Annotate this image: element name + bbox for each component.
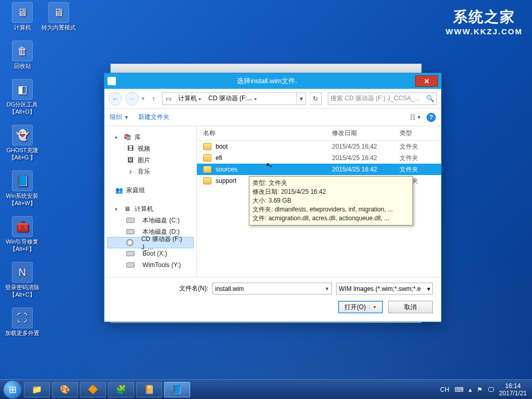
taskbar[interactable]: ⊞ 📁 🎨 🔶 🧩 📔 📘 CH ⌨ ▴ ⚑ 🖵 16:14 2017/1/21 [0, 379, 532, 399]
close-button[interactable]: ✕ [415, 75, 438, 87]
sidebar-item-computer[interactable]: 计算机 [135, 205, 153, 214]
tray-chevron-icon[interactable]: ▴ [469, 386, 472, 393]
sidebar-item-homegroup[interactable]: 家庭组 [126, 186, 145, 195]
filetype-filter[interactable]: WIM Images (*.wim;*.swm;*.e▾ [336, 283, 433, 295]
history-dropdown-icon[interactable]: ▾ [142, 96, 144, 101]
sidebar-item-cd-drive[interactable]: CD 驱动器 (F:) J_... [141, 235, 193, 251]
column-headers[interactable]: 名称 修改日期 类型 [197, 126, 441, 141]
cancel-button[interactable]: 取消 [388, 301, 433, 313]
back-button[interactable]: ← [109, 92, 122, 105]
folder-icon [203, 166, 211, 173]
start-button[interactable]: ⊞ [3, 380, 22, 399]
desktop-icon[interactable]: 🧰Win引导修复 【Alt+F】 [4, 216, 41, 252]
breadcrumb-computer[interactable]: 计算机 [178, 94, 197, 103]
file-row[interactable]: sources2015/4/25 16:42文件夹 [197, 164, 441, 175]
col-date[interactable]: 修改日期 [332, 129, 400, 138]
up-button[interactable]: ↑ [148, 93, 159, 104]
help-icon[interactable]: ? [427, 113, 436, 122]
refresh-button[interactable]: ↻ [309, 92, 322, 105]
sidebar-item-videos[interactable]: 视频 [138, 144, 150, 153]
desktop-icon[interactable]: 🗑回收站 [4, 41, 41, 70]
open-file-dialog: 选择install.wim文件. ✕ ← → ▾ ↑ ▭ 计算机▸ CD 驱动器… [104, 73, 442, 322]
col-name[interactable]: 名称 [203, 129, 332, 138]
view-button[interactable]: ☷ ▼ [410, 114, 421, 121]
open-button[interactable]: 打开(O)▼ [338, 301, 383, 313]
sidebar-item-wimtools[interactable]: WimTools (Y:) [142, 261, 181, 269]
desktop-icon[interactable]: 🖥转为内置模式 [41, 2, 77, 31]
dialog-icon [108, 77, 116, 85]
sidebar-item-boot[interactable]: Boot (X:) [142, 250, 167, 257]
desktop-icon[interactable]: 🖥计算机 [4, 2, 41, 31]
sidebar-item-libraries[interactable]: 库 [135, 133, 141, 142]
tray-clock[interactable]: 16:14 2017/1/21 [499, 382, 527, 397]
tooltip: 类型: 文件夹 修改日期: 2015/4/25 16:42 大小: 3.69 G… [249, 176, 413, 225]
new-folder-button[interactable]: 新建文件夹 [138, 113, 169, 122]
filename-label: 文件名(N): [175, 284, 208, 293]
search-icon[interactable]: 🔍 [426, 95, 434, 102]
taskbar-app-4[interactable]: 🧩 [108, 382, 134, 397]
sidebar-item-pictures[interactable]: 图片 [138, 156, 150, 165]
filename-input[interactable]: install.wim▼ [212, 283, 332, 295]
file-row[interactable]: boot2015/4/25 16:42文件夹 [197, 141, 441, 152]
desktop-icon[interactable]: 👻GHOST克隆 【Alt+G 】 [4, 125, 41, 161]
desktop-icon[interactable]: ◧DG分区工具 【Alt+D】 [4, 79, 41, 115]
desktop-icon[interactable]: N登录密码清除 【Alt+C】 [4, 262, 41, 298]
folder-icon [203, 154, 211, 162]
dialog-title: 选择install.wim文件. [119, 76, 415, 86]
taskbar-app-1[interactable]: 📁 [24, 382, 50, 397]
watermark: 系统之家 WWW.KKZJ.COM [446, 7, 523, 36]
file-row[interactable]: efi2015/4/25 16:42文件夹 [197, 152, 441, 164]
desktop-icon[interactable]: 📘Win系统安装 【Alt+W】 [4, 170, 41, 207]
organize-menu[interactable]: 组织▼ [110, 113, 129, 122]
tray-keyboard-icon[interactable]: ⌨ [455, 386, 463, 393]
taskbar-app-3[interactable]: 🔶 [80, 382, 106, 397]
folder-icon [203, 177, 211, 184]
address-dropdown-icon[interactable]: ▾ [296, 93, 305, 104]
navigation-pane[interactable]: ▾📚库 🎞视频 🖼图片 ♪音乐 👥家庭组 ▾🖥计算机 本地磁盘 (C:) 本地磁… [104, 126, 197, 277]
titlebar[interactable]: 选择install.wim文件. ✕ [104, 73, 441, 89]
tray-lang[interactable]: CH [440, 386, 449, 393]
sidebar-item-music[interactable]: 音乐 [138, 167, 150, 176]
taskbar-app-5[interactable]: 📔 [136, 382, 162, 397]
breadcrumb-drive[interactable]: CD 驱动器 (F:... [208, 94, 252, 103]
desktop-icon[interactable]: ⛶加载更多外置 [4, 308, 41, 337]
col-type[interactable]: 类型 [400, 129, 441, 138]
taskbar-app-2[interactable]: 🎨 [52, 382, 78, 397]
address-bar[interactable]: ▭ 计算机▸ CD 驱动器 (F:...▸ ▾ [162, 92, 306, 105]
search-input[interactable]: 搜索 CD 驱动器 (F:) J_CCSA_... 🔍 [328, 92, 437, 105]
forward-button[interactable]: → [125, 92, 139, 105]
tray-flag-icon[interactable]: ⚑ [477, 386, 483, 393]
folder-icon [203, 143, 211, 150]
taskbar-app-active[interactable]: 📘 [164, 382, 190, 397]
tray-monitor-icon[interactable]: 🖵 [488, 386, 494, 393]
sidebar-item-drive-c[interactable]: 本地磁盘 (C:) [142, 216, 179, 225]
